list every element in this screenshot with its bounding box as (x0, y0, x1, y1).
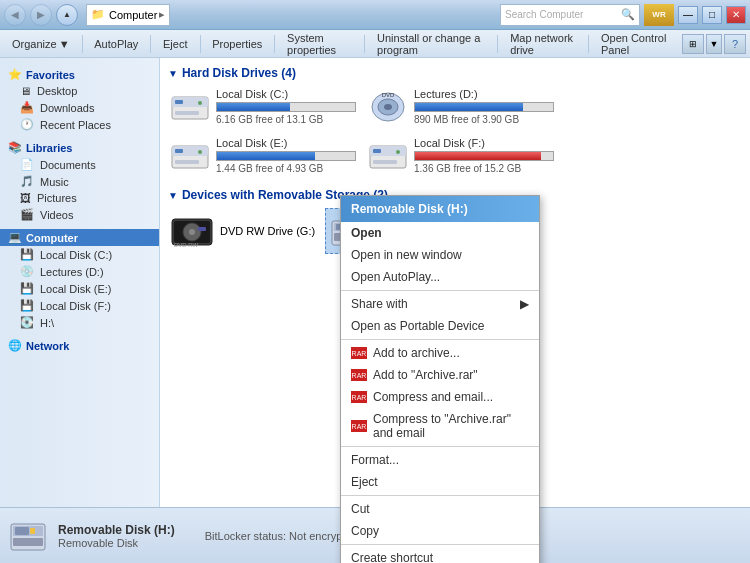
context-menu-sep-1 (341, 290, 539, 291)
context-menu-sep-2 (341, 339, 539, 340)
context-menu-add-archive[interactable]: RAR Add to archive... (341, 342, 539, 364)
rar-icon-1: RAR (351, 347, 367, 359)
open-portable-label: Open as Portable Device (351, 319, 484, 333)
context-menu-open[interactable]: Open (341, 222, 539, 244)
share-with-label: Share with (351, 297, 408, 311)
cut-label: Cut (351, 502, 370, 516)
context-menu-share-with[interactable]: Share with ▶ (341, 293, 539, 315)
add-archive-rar-label: Add to "Archive.rar" (373, 368, 478, 382)
context-menu-format[interactable]: Format... (341, 449, 539, 471)
compress-rar-email-label: Compress to "Archive.rar" and email (373, 412, 529, 440)
rar-icon-3: RAR (351, 391, 367, 403)
context-menu-copy[interactable]: Copy (341, 520, 539, 542)
context-menu-open-portable[interactable]: Open as Portable Device (341, 315, 539, 337)
open-label: Open (351, 226, 382, 240)
add-archive-label: Add to archive... (373, 346, 460, 360)
context-menu-header: Removable Disk (H:) (341, 196, 539, 222)
open-autoplay-label: Open AutoPlay... (351, 270, 440, 284)
format-label: Format... (351, 453, 399, 467)
copy-label: Copy (351, 524, 379, 538)
context-menu: Removable Disk (H:) Open Open in new win… (340, 195, 540, 563)
context-menu-open-new-window[interactable]: Open in new window (341, 244, 539, 266)
context-menu-sep-5 (341, 544, 539, 545)
context-menu-create-shortcut[interactable]: Create shortcut (341, 547, 539, 563)
create-shortcut-label: Create shortcut (351, 551, 433, 563)
context-menu-add-archive-rar[interactable]: RAR Add to "Archive.rar" (341, 364, 539, 386)
context-menu-overlay: Removable Disk (H:) Open Open in new win… (0, 0, 750, 563)
context-menu-open-autoplay[interactable]: Open AutoPlay... (341, 266, 539, 288)
context-menu-sep-4 (341, 495, 539, 496)
context-menu-compress-email[interactable]: RAR Compress and email... (341, 386, 539, 408)
context-menu-eject[interactable]: Eject (341, 471, 539, 493)
rar-icon-4: RAR (351, 420, 367, 432)
compress-email-label: Compress and email... (373, 390, 493, 404)
eject-label: Eject (351, 475, 378, 489)
open-new-window-label: Open in new window (351, 248, 462, 262)
context-menu-cut[interactable]: Cut (341, 498, 539, 520)
context-menu-compress-rar-email[interactable]: RAR Compress to "Archive.rar" and email (341, 408, 539, 444)
rar-icon-2: RAR (351, 369, 367, 381)
context-menu-sep-3 (341, 446, 539, 447)
submenu-arrow-icon: ▶ (520, 297, 529, 311)
